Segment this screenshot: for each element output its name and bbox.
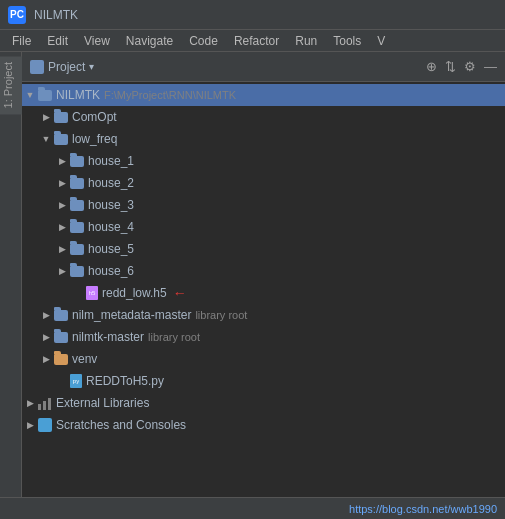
- nilm-meta-label: nilm_metadata-master: [72, 308, 191, 322]
- house2-arrow: ▶: [54, 172, 70, 194]
- menu-code[interactable]: Code: [181, 32, 226, 50]
- ext-lib-arrow: ▶: [22, 392, 38, 414]
- panel-title: Project: [48, 60, 85, 74]
- root-path: F:\MyProject\RNN\NILMTK: [104, 89, 236, 101]
- menu-run[interactable]: Run: [287, 32, 325, 50]
- house4-label: house_4: [88, 220, 134, 234]
- tree-scratches[interactable]: ▶ Scratches and Consoles: [22, 414, 505, 436]
- nilm-meta-library-root: library root: [195, 309, 247, 321]
- project-tab[interactable]: 1: Project: [0, 56, 22, 114]
- house2-folder-icon: [70, 178, 84, 189]
- redd-label: redd_low.h5: [102, 286, 167, 300]
- menu-navigate[interactable]: Navigate: [118, 32, 181, 50]
- comopt-label: ComOpt: [72, 110, 117, 124]
- collapse-icon[interactable]: ⇅: [445, 59, 456, 74]
- tree-comopt[interactable]: ▶ ComOpt: [22, 106, 505, 128]
- house2-label: house_2: [88, 176, 134, 190]
- menu-bar: File Edit View Navigate Code Refactor Ru…: [0, 30, 505, 52]
- side-tab: 1: Project: [0, 52, 22, 519]
- comopt-folder-icon: [54, 112, 68, 123]
- venv-label: venv: [72, 352, 97, 366]
- tree-redd-low[interactable]: h5 redd_low.h5 ←: [22, 282, 505, 304]
- tree-venv[interactable]: ▶ venv: [22, 348, 505, 370]
- project-panel: Project ▾ ⊕ ⇅ ⚙ — ▼ NILMTK F:\MyProject\…: [22, 52, 505, 519]
- menu-more[interactable]: V: [369, 32, 393, 50]
- tree-nilm-metadata[interactable]: ▶ nilm_metadata-master library root: [22, 304, 505, 326]
- house4-arrow: ▶: [54, 216, 70, 238]
- tree-root[interactable]: ▼ NILMTK F:\MyProject\RNN\NILMTK: [22, 84, 505, 106]
- panel-dropdown-arrow[interactable]: ▾: [89, 61, 94, 72]
- red-arrow-indicator: ←: [173, 285, 187, 301]
- house5-arrow: ▶: [54, 238, 70, 260]
- nilmtk-master-label: nilmtk-master: [72, 330, 144, 344]
- menu-tools[interactable]: Tools: [325, 32, 369, 50]
- tree-house-4[interactable]: ▶ house_4: [22, 216, 505, 238]
- low-freq-arrow: ▼: [38, 128, 54, 150]
- comopt-arrow: ▶: [38, 106, 54, 128]
- house1-label: house_1: [88, 154, 134, 168]
- house6-label: house_6: [88, 264, 134, 278]
- venv-arrow: ▶: [38, 348, 54, 370]
- menu-file[interactable]: File: [4, 32, 39, 50]
- external-libraries-label: External Libraries: [56, 396, 149, 410]
- house1-arrow: ▶: [54, 150, 70, 172]
- file-tree: ▼ NILMTK F:\MyProject\RNN\NILMTK ▶ ComOp…: [22, 82, 505, 438]
- scratches-icon: [38, 418, 52, 432]
- house3-arrow: ▶: [54, 194, 70, 216]
- tree-house-1[interactable]: ▶ house_1: [22, 150, 505, 172]
- title-bar: PC NILMTK: [0, 0, 505, 30]
- py-file-icon: py: [70, 374, 82, 388]
- tree-external-libraries[interactable]: ▶ External Libraries: [22, 392, 505, 414]
- panel-icons: ⊕ ⇅ ⚙ —: [426, 59, 497, 74]
- h5-file-icon: h5: [86, 286, 98, 300]
- house1-folder-icon: [70, 156, 84, 167]
- venv-folder-icon: [54, 354, 68, 365]
- tree-house-2[interactable]: ▶ house_2: [22, 172, 505, 194]
- house6-folder-icon: [70, 266, 84, 277]
- tree-house-3[interactable]: ▶ house_3: [22, 194, 505, 216]
- main-layout: 1: Project Project ▾ ⊕ ⇅ ⚙ — ▼ NILMTK: [0, 52, 505, 519]
- tree-reddtoh5[interactable]: py REDDToH5.py: [22, 370, 505, 392]
- locate-icon[interactable]: ⊕: [426, 59, 437, 74]
- minimize-icon[interactable]: —: [484, 59, 497, 74]
- reddtoh5-arrow-spacer: [54, 370, 70, 392]
- panel-header: Project ▾ ⊕ ⇅ ⚙ —: [22, 52, 505, 82]
- menu-view[interactable]: View: [76, 32, 118, 50]
- root-label: NILMTK: [56, 88, 100, 102]
- tree-house-5[interactable]: ▶ house_5: [22, 238, 505, 260]
- bottom-bar: https://blog.csdn.net/wwb1990: [0, 497, 505, 519]
- house5-folder-icon: [70, 244, 84, 255]
- tree-low-freq[interactable]: ▼ low_freq: [22, 128, 505, 150]
- scratches-label: Scratches and Consoles: [56, 418, 186, 432]
- low-freq-label: low_freq: [72, 132, 117, 146]
- menu-refactor[interactable]: Refactor: [226, 32, 287, 50]
- nilmtk-master-folder-icon: [54, 332, 68, 343]
- house6-arrow: ▶: [54, 260, 70, 282]
- low-freq-folder-icon: [54, 134, 68, 145]
- panel-folder-icon: [30, 60, 44, 74]
- window-title: NILMTK: [34, 8, 78, 22]
- app-icon: PC: [8, 6, 26, 24]
- house3-label: house_3: [88, 198, 134, 212]
- scratches-arrow: ▶: [22, 414, 38, 436]
- redd-arrow-spacer: [70, 282, 86, 304]
- root-folder-icon: [38, 90, 52, 101]
- settings-icon[interactable]: ⚙: [464, 59, 476, 74]
- nilm-meta-arrow: ▶: [38, 304, 54, 326]
- nilm-meta-folder-icon: [54, 310, 68, 321]
- root-arrow: ▼: [22, 84, 38, 106]
- house4-folder-icon: [70, 222, 84, 233]
- panel-title-wrap: Project ▾: [30, 60, 426, 74]
- reddtoh5-label: REDDToH5.py: [86, 374, 164, 388]
- nilmtk-master-library-root: library root: [148, 331, 200, 343]
- external-libraries-icon: [38, 396, 52, 410]
- house3-folder-icon: [70, 200, 84, 211]
- menu-edit[interactable]: Edit: [39, 32, 76, 50]
- tree-house-6[interactable]: ▶ house_6: [22, 260, 505, 282]
- tree-nilmtk-master[interactable]: ▶ nilmtk-master library root: [22, 326, 505, 348]
- nilmtk-master-arrow: ▶: [38, 326, 54, 348]
- house5-label: house_5: [88, 242, 134, 256]
- bottom-url-link[interactable]: https://blog.csdn.net/wwb1990: [349, 503, 497, 515]
